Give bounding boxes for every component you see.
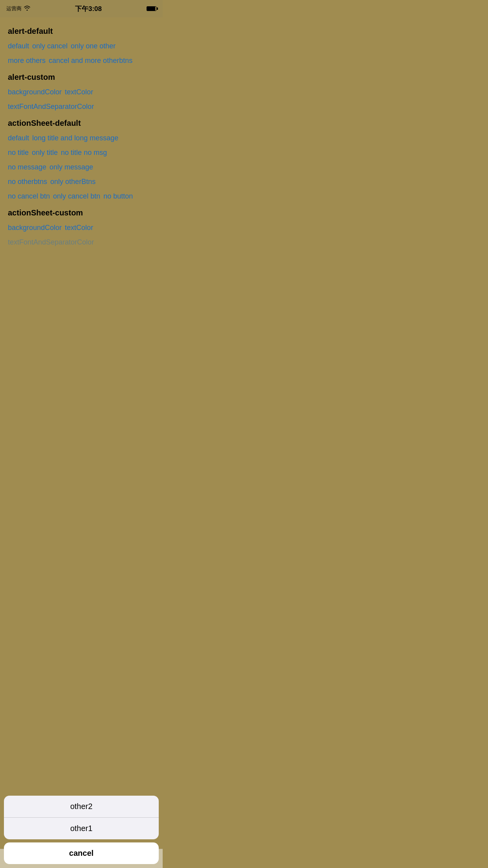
actionsheet-default-row-5: no cancel btn only cancel btn no button — [8, 191, 155, 202]
btn-only-message[interactable]: only message — [50, 162, 93, 173]
actionsheet-default-row-4: no otherbtns only otherBtns — [8, 176, 155, 188]
btn-more-others[interactable]: more others — [8, 55, 46, 66]
section-header-actionsheet-custom: actionSheet-custom — [8, 208, 155, 217]
status-bar: 运营商 下午3:08 — [0, 0, 163, 17]
status-time: 下午3:08 — [75, 4, 102, 13]
section-header-alert-custom: alert-custom — [8, 73, 155, 82]
actionsheet-default-row-1: default long title and long message — [8, 132, 155, 144]
btn-long-title-long-msg[interactable]: long title and long message — [32, 132, 118, 144]
section-actionsheet-custom: actionSheet-custom backgroundColor textC… — [8, 208, 155, 248]
btn-as-background-color[interactable]: backgroundColor — [8, 222, 62, 234]
btn-as-text-font-separator[interactable]: textFontAndSeparatorColor — [8, 237, 94, 248]
btn-as-default[interactable]: default — [8, 132, 29, 144]
btn-text-font-separator[interactable]: textFontAndSeparatorColor — [8, 101, 94, 112]
btn-only-title[interactable]: only title — [32, 147, 58, 158]
btn-no-title[interactable]: no title — [8, 147, 29, 158]
alert-custom-row-2: textFontAndSeparatorColor — [8, 101, 155, 112]
btn-only-one-other[interactable]: only one other — [71, 40, 116, 52]
btn-no-cancel-btn[interactable]: no cancel btn — [8, 191, 50, 202]
btn-background-color[interactable]: backgroundColor — [8, 86, 62, 98]
section-header-alert-default: alert-default — [8, 27, 155, 36]
wifi-icon — [24, 6, 30, 12]
carrier-label: 运营商 — [6, 5, 22, 12]
section-header-actionsheet-default: actionSheet-default — [8, 119, 155, 128]
btn-as-text-color[interactable]: textColor — [65, 222, 93, 234]
btn-default[interactable]: default — [8, 40, 29, 52]
section-alert-custom: alert-custom backgroundColor textColor t… — [8, 73, 155, 112]
btn-no-button[interactable]: no button — [103, 191, 133, 202]
actionsheet-default-row-2: no title only title no title no msg — [8, 147, 155, 158]
status-left: 运营商 — [6, 5, 30, 12]
content-area: alert-default default only cancel only o… — [0, 17, 163, 333]
btn-cancel-and-more[interactable]: cancel and more otherbtns — [49, 55, 132, 66]
btn-only-cancel[interactable]: only cancel — [32, 40, 68, 52]
actionsheet-custom-row-2: textFontAndSeparatorColor — [8, 237, 155, 248]
btn-no-otherbtns[interactable]: no otherbtns — [8, 176, 47, 188]
btn-no-title-no-msg[interactable]: no title no msg — [61, 147, 107, 158]
alert-default-row-2: more others cancel and more otherbtns — [8, 55, 155, 66]
alert-default-row-1: default only cancel only one other — [8, 40, 155, 52]
btn-text-color[interactable]: textColor — [65, 86, 93, 98]
btn-no-message[interactable]: no message — [8, 162, 46, 173]
alert-custom-row-1: backgroundColor textColor — [8, 86, 155, 98]
section-actionsheet-default: actionSheet-default default long title a… — [8, 119, 155, 202]
btn-only-cancel-btn[interactable]: only cancel btn — [53, 191, 100, 202]
btn-only-otherbtns[interactable]: only otherBtns — [50, 176, 95, 188]
actionsheet-default-row-3: no message only message — [8, 162, 155, 173]
actionsheet-custom-row-1: backgroundColor textColor — [8, 222, 155, 234]
status-right — [147, 6, 156, 11]
battery-icon — [147, 6, 156, 11]
section-alert-default: alert-default default only cancel only o… — [8, 27, 155, 66]
